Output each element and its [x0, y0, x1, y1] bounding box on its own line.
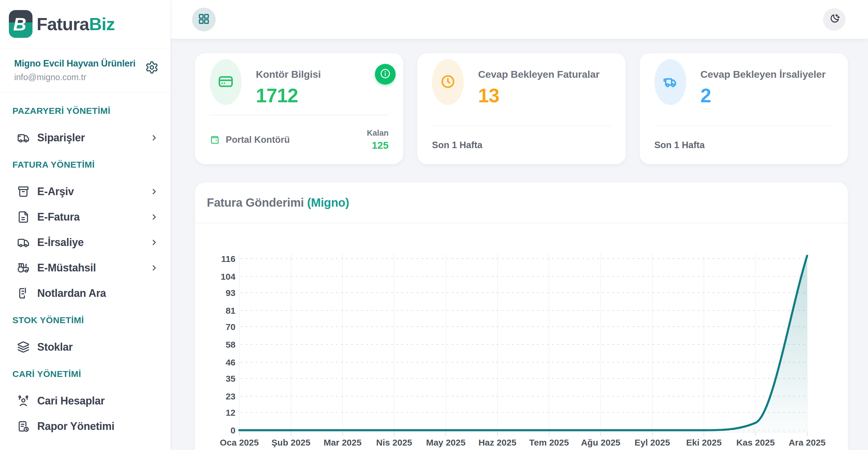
sidebar-item-label: Stoklar: [37, 341, 73, 353]
kalan-label: Kalan: [367, 129, 389, 138]
users-icon: [17, 395, 30, 407]
chart-header: Fatura Gönderimi (Migno): [195, 182, 848, 223]
chart-card: Fatura Gönderimi (Migno) 012233546587081…: [195, 182, 848, 450]
sidebar-section-header-pazaryeri: PAZARYERİ YÖNETİMİ: [0, 97, 170, 125]
sidebar-item-notlardan-ara[interactable]: Notlardan Ara: [0, 281, 170, 306]
gear-icon[interactable]: [145, 61, 159, 74]
apps-grid-icon: [198, 13, 210, 26]
sidebar-item-label: Notlardan Ara: [37, 287, 106, 300]
sidebar-section-header-cari: CARİ YÖNETİMİ: [0, 360, 170, 388]
tractor-icon: [17, 262, 30, 274]
chevron-right-icon: [150, 238, 159, 247]
card-value: 2: [701, 84, 826, 107]
apps-grid-button[interactable]: [192, 8, 216, 31]
wallet-icon: [210, 135, 220, 145]
chevron-right-icon: [150, 263, 159, 272]
chevron-right-icon: [150, 187, 159, 196]
sidebar-nav: PAZARYERİ YÖNETİMİ Siparişler FATURA YÖN…: [0, 92, 170, 439]
card-icon-circle: [210, 59, 242, 105]
sidebar-item-rapor-yonetimi[interactable]: Rapor Yönetimi: [0, 414, 170, 439]
sidebar-item-e-arsiv[interactable]: E-Arşiv: [0, 179, 170, 204]
card-title: Cevap Bekleyen İrsaliyeler: [701, 68, 826, 80]
svg-text:Eyl 2025: Eyl 2025: [634, 438, 670, 447]
app-logo[interactable]: B FaturaBiz: [0, 0, 170, 48]
svg-text:12: 12: [226, 408, 236, 418]
delivery-truck-icon: [17, 132, 30, 144]
info-button[interactable]: [375, 64, 396, 85]
svg-text:Tem 2025: Tem 2025: [529, 438, 569, 447]
note-icon: [17, 287, 30, 300]
svg-text:104: 104: [221, 272, 236, 281]
truck-icon: [17, 236, 30, 249]
card-title: Kontör Bilgisi: [256, 68, 321, 80]
chevron-right-icon: [150, 133, 159, 142]
sidebar-item-label: E-İrsaliye: [37, 236, 84, 249]
logo-word-primary: Fatura: [37, 14, 89, 34]
credit-card-icon: [218, 74, 234, 91]
kalan-value: 125: [372, 140, 389, 151]
line-chart[interactable]: 01223354658708193104116Oca 2025Şub 2025M…: [195, 224, 848, 450]
svg-text:Oca 2025: Oca 2025: [220, 438, 259, 447]
moon-stars-icon: [828, 13, 840, 26]
sidebar-item-label: E-Arşiv: [37, 186, 74, 198]
chart-title-main: Fatura Gönderimi: [207, 196, 304, 209]
layers-icon: [17, 341, 30, 353]
card-value: 13: [478, 84, 599, 107]
stat-card-kontor: Kontör Bilgisi 1712 Portal Kontörü Kalan: [195, 53, 403, 164]
sidebar-item-label: Siparişler: [37, 132, 85, 144]
card-icon-circle: [654, 59, 686, 105]
card-icon-circle: [432, 59, 464, 105]
sidebar-item-label: Rapor Yönetimi: [37, 420, 114, 432]
logo-mark-icon: B: [9, 10, 32, 38]
chart-title: Fatura Gönderimi (Migno): [207, 196, 349, 209]
card-value: 1712: [256, 84, 321, 107]
report-clock-icon: [17, 420, 30, 432]
svg-text:Kas 2025: Kas 2025: [736, 438, 775, 447]
svg-text:81: 81: [226, 306, 236, 315]
archive-icon: [17, 186, 30, 198]
document-icon: [17, 211, 30, 223]
sidebar: B FaturaBiz Migno Evcil Hayvan Ürünleri …: [0, 0, 171, 450]
info-icon: [379, 68, 391, 81]
svg-text:Nis 2025: Nis 2025: [376, 438, 412, 447]
stat-card-bekleyen-faturalar: Cevap Bekleyen Faturalar 13 Son 1 Hafta: [417, 53, 625, 164]
svg-text:Ara 2025: Ara 2025: [788, 438, 826, 447]
topbar: [171, 0, 868, 39]
svg-text:May 2025: May 2025: [426, 438, 465, 447]
stat-cards-row: Kontör Bilgisi 1712 Portal Kontörü Kalan: [195, 53, 848, 164]
sidebar-item-cari-hesaplar[interactable]: Cari Hesaplar: [0, 388, 170, 414]
shipping-truck-icon: [662, 74, 678, 91]
sidebar-item-siparisler[interactable]: Siparişler: [0, 125, 170, 150]
dark-mode-button[interactable]: [823, 8, 845, 31]
main-area: Kontör Bilgisi 1712 Portal Kontörü Kalan: [171, 0, 868, 450]
card-title: Cevap Bekleyen Faturalar: [478, 68, 599, 80]
sidebar-item-e-fatura[interactable]: E-Fatura: [0, 204, 170, 230]
svg-text:35: 35: [226, 374, 236, 384]
sidebar-item-stoklar[interactable]: Stoklar: [0, 334, 170, 360]
sidebar-item-e-irsaliye[interactable]: E-İrsaliye: [0, 230, 170, 255]
portal-kontoru-label: Portal Kontörü: [226, 135, 290, 145]
stat-card-bekleyen-irsaliyeler: Cevap Bekleyen İrsaliyeler 2 Son 1 Hafta: [640, 53, 848, 164]
svg-text:46: 46: [226, 358, 236, 367]
son-1-hafta-label: Son 1 Hafta: [432, 140, 483, 150]
svg-text:116: 116: [221, 254, 236, 264]
svg-text:23: 23: [226, 391, 236, 401]
svg-text:Ağu 2025: Ağu 2025: [581, 438, 620, 447]
logo-wordmark: FaturaBiz: [37, 14, 115, 34]
account-block: Migno Evcil Hayvan Ürünleri info@migno.c…: [0, 48, 170, 92]
sidebar-item-label: E-Fatura: [37, 211, 80, 223]
svg-text:70: 70: [226, 322, 236, 332]
son-1-hafta-label: Son 1 Hafta: [654, 140, 705, 150]
sidebar-item-e-mustahsil[interactable]: E-Müstahsil: [0, 255, 170, 281]
svg-text:58: 58: [226, 340, 236, 349]
sidebar-item-label: E-Müstahsil: [37, 262, 96, 274]
sidebar-section-header-fatura: FATURA YÖNETİMİ: [0, 150, 170, 179]
clock-icon: [440, 74, 456, 91]
svg-text:93: 93: [226, 288, 236, 298]
sidebar-section-header-stok: STOK YÖNETİMİ: [0, 306, 170, 334]
svg-text:Eki 2025: Eki 2025: [686, 438, 721, 447]
dashboard-content: Kontör Bilgisi 1712 Portal Kontörü Kalan: [171, 39, 868, 450]
svg-text:Haz 2025: Haz 2025: [478, 438, 516, 447]
logo-letter: B: [9, 10, 32, 38]
svg-text:Şub 2025: Şub 2025: [272, 438, 311, 447]
